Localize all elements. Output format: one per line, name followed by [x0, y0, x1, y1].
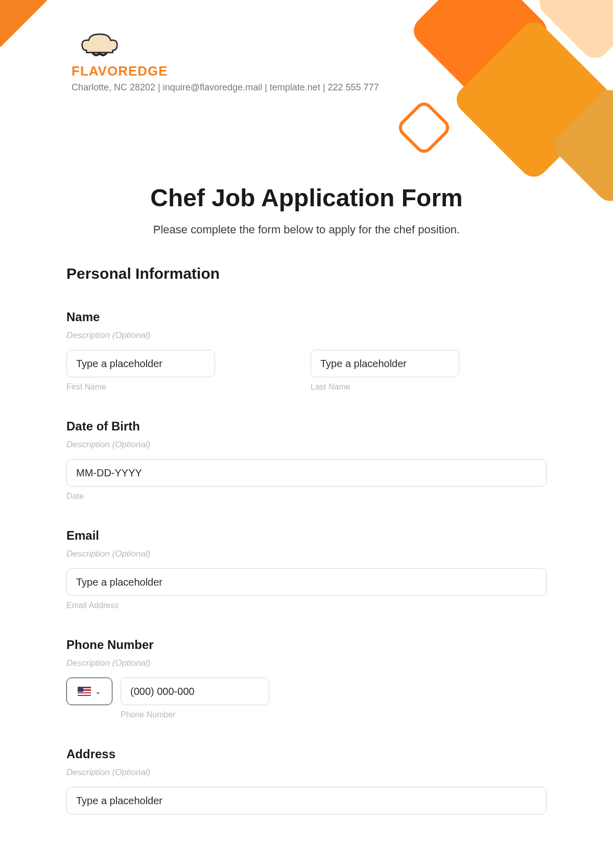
form-title: Chef Job Application Form — [66, 184, 547, 212]
field-phone: Phone Number Description (Optional) ⌄ Ph… — [66, 638, 547, 719]
sublabel-phone: Phone Number — [121, 710, 547, 719]
label-name: Name — [66, 310, 547, 324]
brand-name: FLAVOREDGE — [72, 63, 168, 79]
phone-input[interactable] — [121, 678, 269, 705]
field-name: Name Description (Optional) First Name L… — [66, 310, 547, 392]
letterhead: FLAVOREDGE Charlotte, NC 28202 | inquire… — [72, 31, 379, 93]
sublabel-last-name: Last Name — [311, 382, 547, 392]
section-heading-personal: Personal Information — [66, 265, 547, 282]
address-input[interactable] — [66, 787, 547, 814]
desc-name: Description (Optional) — [66, 330, 547, 341]
first-name-input[interactable] — [66, 350, 215, 377]
flag-us-icon — [78, 687, 91, 696]
label-dob: Date of Birth — [66, 419, 547, 433]
logo: FLAVOREDGE — [72, 31, 379, 79]
chef-hat-icon — [77, 31, 123, 61]
form-container: Chef Job Application Form Please complet… — [66, 184, 547, 814]
label-address: Address — [66, 747, 547, 761]
contact-line: Charlotte, NC 28202 | inquire@flavoredge… — [72, 82, 379, 93]
label-email: Email — [66, 528, 547, 543]
sublabel-email: Email Address — [66, 601, 547, 610]
field-email: Email Description (Optional) Email Addre… — [66, 528, 547, 610]
desc-email: Description (Optional) — [66, 549, 547, 559]
field-address: Address Description (Optional) — [66, 747, 547, 814]
dob-input[interactable] — [66, 459, 547, 487]
desc-phone: Description (Optional) — [66, 658, 547, 668]
sublabel-first-name: First Name — [66, 382, 302, 392]
sublabel-dob: Date — [66, 492, 547, 501]
decor-shape — [0, 0, 53, 53]
desc-address: Description (Optional) — [66, 767, 547, 778]
desc-dob: Description (Optional) — [66, 440, 547, 450]
email-input[interactable] — [66, 568, 547, 596]
country-code-selector[interactable]: ⌄ — [66, 678, 112, 705]
label-phone: Phone Number — [66, 638, 547, 652]
last-name-input[interactable] — [311, 350, 459, 377]
chevron-down-icon: ⌄ — [95, 687, 101, 695]
decor-shape — [395, 99, 453, 156]
field-dob: Date of Birth Description (Optional) Dat… — [66, 419, 547, 501]
form-subtitle: Please complete the form below to apply … — [66, 223, 547, 236]
